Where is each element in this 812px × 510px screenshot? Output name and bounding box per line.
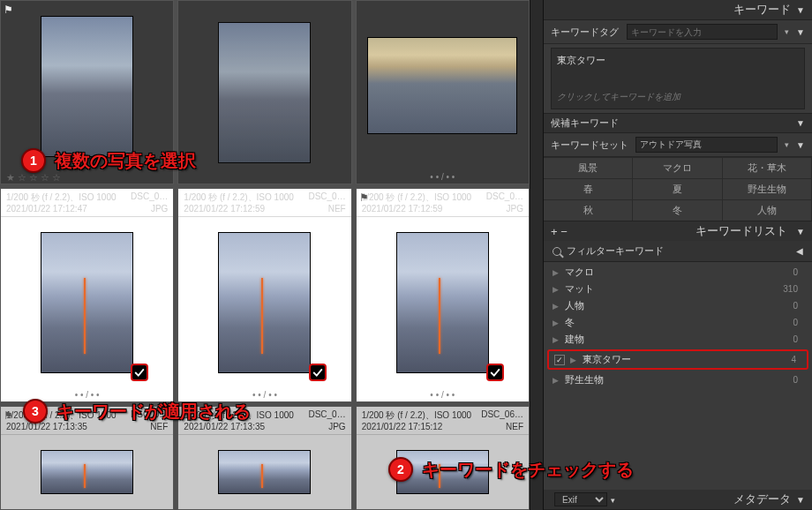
filename-text: DSC_0… <box>486 191 523 204</box>
keywordset-cell[interactable]: 野生生物 <box>723 178 812 199</box>
exposure-text: 1/200 秒 (f / 2.2)、ISO 1000 <box>184 409 294 422</box>
expand-icon[interactable]: ▶ <box>570 356 577 364</box>
collapse-icon[interactable]: ▼ <box>796 5 805 15</box>
thumb-cell[interactable]: 1/200 秒 (f / 2.2)、ISO 1000DSC_0… 2021/01… <box>0 406 174 510</box>
format-text: NEF <box>328 204 346 214</box>
keywordset-cell[interactable]: 秋 <box>544 199 633 221</box>
expand-icon[interactable]: ▶ <box>553 268 560 277</box>
filename-text: DSC_0… <box>308 191 345 204</box>
thumb-cell[interactable]: 1/200 秒 (f / 2.2)、ISO 1000DSC_0… 2021/01… <box>177 406 351 510</box>
keywordset-cell[interactable]: 風景 <box>544 157 633 178</box>
thumb-cell-selected[interactable]: 1/200 秒 (f / 2.2)、ISO 1000DSC_0… 2021/01… <box>177 188 351 402</box>
keywordset-cell[interactable]: 人物 <box>723 199 812 221</box>
panel-toggle-icon[interactable]: ▼ <box>796 140 805 150</box>
add-keyword-button[interactable]: + <box>551 225 558 238</box>
panel-header-keyword[interactable]: キーワード ▼ <box>544 0 812 20</box>
metadata-select[interactable]: Exif <box>554 492 607 506</box>
flag-icon: ⚑ <box>4 409 13 422</box>
nav-dots: • • / • • <box>1 388 173 401</box>
expand-icon[interactable]: ▶ <box>553 302 560 311</box>
keyword-count: 0 <box>793 334 803 344</box>
nav-dots: • • / • • <box>357 388 529 401</box>
keyword-item[interactable]: ▶建物0 <box>544 331 812 348</box>
thumbnail-image <box>396 232 489 373</box>
rating-stars[interactable]: ★ ☆ ☆ ☆ ☆ <box>1 172 173 184</box>
expand-icon[interactable]: ▶ <box>553 376 560 385</box>
collapse-icon[interactable]: ▼ <box>796 495 805 505</box>
keywordset-cell[interactable]: マクロ <box>633 157 722 178</box>
keywordset-select[interactable] <box>635 137 778 153</box>
thumb-cell[interactable] <box>177 0 351 184</box>
keywordset-cell[interactable]: 春 <box>544 178 633 199</box>
expand-icon[interactable]: ▶ <box>553 335 560 344</box>
format-text: JPG <box>507 204 523 214</box>
scrollbar[interactable] <box>530 0 544 510</box>
thumb-cell[interactable]: • • / • • <box>356 0 530 184</box>
keywordset-cell[interactable]: 冬 <box>633 199 722 221</box>
metadata-title: メタデータ <box>733 491 791 507</box>
search-icon <box>553 247 561 256</box>
exposure-text: 1/200 秒 (f / 2.2)、ISO 1000 <box>6 191 117 204</box>
keywordset-cell[interactable]: 夏 <box>633 178 722 199</box>
expand-icon[interactable]: ▶ <box>553 319 560 327</box>
side-panel: キーワード ▼ キーワードタグ ▾ ▼ 東京タワー クリックしてキーワードを追加… <box>544 0 812 510</box>
keyword-filter-row[interactable]: フィルターキーワード ◀ <box>544 241 812 262</box>
keyword-item[interactable]: ▶人物0 <box>544 297 812 314</box>
keyword-item[interactable]: ▶野生生物0 <box>544 371 812 386</box>
thumb-cell-selected[interactable]: 1/200 秒 (f / 2.2)、ISO 1000DSC_0… 2021/01… <box>356 188 530 402</box>
timestamp-text: 2021/01/22 17:15:12 <box>362 422 443 431</box>
keyword-name: 建物 <box>565 333 787 346</box>
keyword-item[interactable]: ▶マット310 <box>544 281 812 297</box>
panel-toggle-icon[interactable]: ▼ <box>796 27 805 37</box>
keyword-name: 東京タワー <box>583 353 786 366</box>
keywordset-grid: 風景 マクロ 花・草木 春 夏 野生生物 秋 冬 人物 <box>544 157 812 221</box>
thumb-cell[interactable]: ⚑ ★ ☆ ☆ ☆ ☆ <box>0 0 174 184</box>
dropdown-icon[interactable]: ▾ <box>785 140 789 149</box>
keyword-count: 0 <box>793 375 803 385</box>
keyword-count: 0 <box>793 267 803 277</box>
keyword-tag-input[interactable] <box>627 24 778 40</box>
keyword-name: 野生生物 <box>565 373 787 386</box>
expand-icon[interactable]: ▶ <box>553 285 560 294</box>
thumbnail-image <box>367 37 517 134</box>
thumbnail-grid: ⚑ ★ ☆ ☆ ☆ ☆ • • / • • 1/200 秒 (f / 2.2)、… <box>0 0 530 510</box>
keyword-tag-row: キーワードタグ ▾ ▼ <box>544 20 812 44</box>
exposure-text: 1/200 秒 (f / 2.2)、ISO 1000 <box>184 191 294 204</box>
collapse-icon[interactable]: ▼ <box>796 227 805 236</box>
timestamp-text: 2021/01/22 17:13:35 <box>6 422 87 431</box>
nav-dots: • • / • • <box>178 388 350 401</box>
panel-header-metadata[interactable]: Exif ▾ メタデータ ▼ <box>544 490 812 510</box>
exposure-text: 1/200 秒 (f / 2.2)、ISO 1000 <box>6 409 117 422</box>
dropdown-icon[interactable]: ▾ <box>611 496 615 505</box>
keyword-entered-text: 東京タワー <box>557 54 799 67</box>
keyword-name: マット <box>565 282 778 296</box>
keyword-item[interactable]: ▶冬0 <box>544 314 812 331</box>
keyword-box[interactable]: 東京タワー クリックしてキーワードを追加 <box>551 48 805 109</box>
filename-text: DSC_06… <box>481 409 523 422</box>
keyword-item[interactable]: ▶マクロ0 <box>544 264 812 281</box>
nav-dots: • • / • • <box>357 170 529 184</box>
collapse-icon[interactable]: ▼ <box>796 118 805 128</box>
keywordlist-title: キーワードリスト <box>695 224 787 237</box>
keyword-count: 4 <box>791 355 801 364</box>
filter-label: フィルターキーワード <box>567 244 664 258</box>
keyword-add-placeholder[interactable]: クリックしてキーワードを追加 <box>557 91 799 103</box>
panel-header-candidate[interactable]: 候補キーワード ▼ <box>544 113 812 133</box>
thumb-cell-selected[interactable]: 1/200 秒 (f / 2.2)、ISO 1000DSC_0… 2021/01… <box>0 188 174 402</box>
remove-keyword-button[interactable]: − <box>560 225 568 238</box>
keyword-item[interactable]: ✓▶東京タワー4 <box>547 349 808 370</box>
keywordset-label: キーワードセット <box>551 139 628 152</box>
keyword-count: 310 <box>783 284 803 294</box>
thumbnail-image <box>41 16 133 157</box>
keywordset-cell[interactable]: 花・草木 <box>723 157 812 178</box>
filename-text: DSC_0… <box>131 191 168 204</box>
thumb-cell[interactable]: 1/200 秒 (f / 2.2)、ISO 1000DSC_06… 2021/0… <box>356 406 530 510</box>
keyword-checkbox[interactable]: ✓ <box>554 355 565 365</box>
collapse-icon[interactable]: ◀ <box>796 246 803 256</box>
keywordset-row: キーワードセット ▾ ▼ <box>544 133 812 157</box>
dropdown-icon[interactable]: ▾ <box>785 27 789 36</box>
keyword-name: マクロ <box>565 266 787 279</box>
keyword-tag-label: キーワードタグ <box>551 26 620 39</box>
filename-text: DSC_0… <box>308 409 345 422</box>
panel-title: キーワード <box>733 2 791 18</box>
